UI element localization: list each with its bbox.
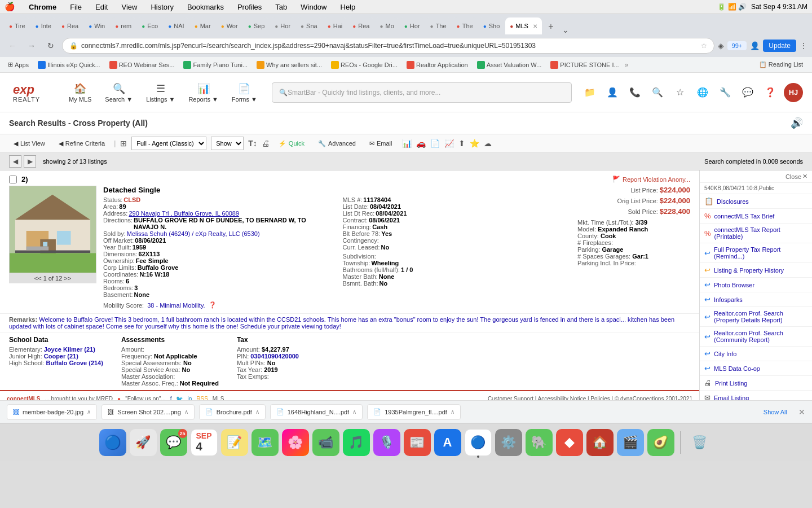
tab-sho[interactable]: ● Sho	[479, 17, 505, 34]
bookmark-picture-stone[interactable]: PICTURE STONE I...	[547, 60, 622, 70]
tab-the2[interactable]: ● The	[452, 17, 478, 34]
menu-dots[interactable]: ⋮	[800, 41, 807, 50]
download-palmgren[interactable]: 📄 1935Palmgren_fl....pdf ∧	[367, 404, 461, 420]
tab-hor2[interactable]: ● Hor	[400, 17, 425, 34]
download-member-badge[interactable]: 🖼 member-badge-20.jpg ∧	[7, 404, 97, 420]
list-view-button[interactable]: ◀ List View	[9, 138, 50, 149]
back-button[interactable]: ←	[5, 38, 20, 54]
view-select[interactable]: Full - Agent (Classic) Compact Grid	[131, 137, 206, 150]
prev-page-button[interactable]: ◀	[9, 155, 21, 168]
dock-spotify[interactable]: 🎵	[343, 429, 370, 456]
close-active-tab[interactable]: ✕	[533, 23, 537, 29]
pdf-icon[interactable]: 📄	[429, 138, 441, 149]
dock-podcasts[interactable]: 🎙️	[373, 429, 400, 456]
tab-the1[interactable]: ● The	[426, 17, 451, 34]
bookmark-apps[interactable]: ⊞ Apps	[5, 60, 32, 69]
help-icon-btn[interactable]: ❓	[761, 84, 779, 102]
address-link[interactable]: 290 Navajo Trl , Buffalo Grove, IL 60089	[129, 210, 239, 217]
tab-mo[interactable]: ● Mo	[375, 17, 398, 34]
download-chevron-1[interactable]: ∧	[87, 409, 91, 415]
extension-icon[interactable]: ◈	[718, 41, 724, 50]
folder-icon-btn[interactable]: 📁	[581, 84, 599, 102]
download-chevron-2[interactable]: ∧	[184, 409, 188, 415]
question-icon[interactable]: ❓	[209, 301, 217, 309]
dock-realtour[interactable]: 🏠	[586, 429, 614, 456]
download-chevron-4[interactable]: ∧	[352, 409, 356, 415]
show-select[interactable]: Show Hide	[211, 137, 244, 150]
panel-mls-data[interactable]: ↩ MLS Data Co-op	[700, 361, 812, 376]
panel-realtor-comm[interactable]: ↩ Realtor.com Prof. Search(Community Rep…	[700, 327, 812, 347]
panel-photo-browser[interactable]: ↩ Photo Browser	[700, 278, 812, 292]
panel-city-info[interactable]: ↩ City Info	[700, 347, 812, 361]
advanced-button[interactable]: 🔧 Advanced	[314, 138, 360, 149]
help-menu[interactable]: Help	[338, 3, 358, 11]
dock-trash[interactable]: 🗑️	[686, 429, 713, 456]
bookmark-star[interactable]: ☆	[701, 42, 707, 50]
chat-icon-btn[interactable]: 💬	[739, 84, 757, 102]
tab-sna[interactable]: ● Sna	[296, 17, 322, 34]
download-chevron-3[interactable]: ∧	[255, 409, 259, 415]
dock-appstore[interactable]: A	[434, 429, 461, 456]
profiles-menu[interactable]: Profiles	[235, 3, 264, 11]
dock-facetime[interactable]: 📹	[312, 429, 339, 456]
tab-wor[interactable]: ● Wor	[217, 17, 242, 34]
download-screenshot[interactable]: 🖼 Screen Shot 202....png ∧	[102, 404, 195, 420]
dock-notes[interactable]: 📝	[221, 429, 248, 456]
font-size-icon[interactable]: T↕	[248, 139, 257, 148]
listings-nav[interactable]: ☰ Listings ▼	[140, 80, 180, 105]
forward-button[interactable]: →	[24, 38, 39, 54]
panel-infosparks[interactable]: ↩ Infosparks	[700, 292, 812, 307]
person-icon-btn[interactable]: 👤	[603, 84, 621, 102]
bookmarks-menu[interactable]: Bookmarks	[185, 3, 226, 11]
star2-icon[interactable]: ⭐	[469, 138, 480, 149]
smartbar[interactable]: 🔍 SmartBar - Quickly find listings, clie…	[272, 82, 572, 103]
dock-chrome[interactable]: 🔵	[465, 429, 492, 456]
my-mls-nav[interactable]: 🏠 My MLS	[63, 80, 97, 105]
grid-view-icon[interactable]: ⊞	[120, 139, 127, 148]
dock-launchpad[interactable]: 🚀	[130, 429, 157, 456]
chart2-icon[interactable]: 📈	[443, 138, 455, 149]
tab-search-button[interactable]: ⌄	[562, 25, 569, 34]
social-rss[interactable]: RSS	[196, 396, 208, 401]
dock-imovie[interactable]: 🎬	[617, 429, 644, 456]
tab-rea2[interactable]: ● Rea	[348, 17, 374, 34]
report-violation[interactable]: 🚩 Disclosures Report Violation Anony...	[612, 176, 690, 183]
social-tw[interactable]: 🐦	[176, 396, 183, 401]
dock-sysprefs[interactable]: ⚙️	[495, 429, 522, 456]
panel-close-button[interactable]: Close ✕	[785, 173, 807, 180]
bookmark-realtor-app[interactable]: Realtor Application	[403, 60, 471, 70]
dock-evernote[interactable]: 🐘	[526, 429, 553, 456]
contact-icon-btn[interactable]: 📞	[626, 84, 644, 102]
chrome-menu[interactable]: Chrome	[27, 3, 59, 11]
user-avatar[interactable]: HJ	[784, 83, 803, 102]
audio-icon[interactable]: 🔊	[791, 117, 803, 129]
social-fb[interactable]: f	[170, 396, 172, 401]
update-button[interactable]: Update	[763, 40, 796, 52]
panel-full-tax[interactable]: ↩ Full Property Tax Report (Remind...)	[700, 243, 812, 263]
upload-icon[interactable]: ⬆	[457, 138, 466, 149]
bookmark-asset[interactable]: Asset Valuation W...	[474, 60, 545, 70]
email-button[interactable]: ✉ Email	[365, 138, 397, 149]
forms-nav[interactable]: 📄 Forms ▼	[226, 80, 263, 105]
refine-criteria-button[interactable]: ◀ Refine Criteria	[54, 138, 109, 149]
bookmark-illinois-exp[interactable]: Illinois eXp Quick...	[34, 60, 104, 70]
history-menu[interactable]: History	[148, 3, 175, 11]
print-icon[interactable]: 🖨	[262, 139, 270, 148]
star-icon-btn[interactable]: ☆	[671, 84, 689, 102]
tab-sep[interactable]: ● Sep	[244, 17, 270, 34]
cloud-icon[interactable]: ☁	[483, 138, 493, 149]
tab-eco[interactable]: ● Eco	[137, 17, 162, 34]
tab-win[interactable]: ● Win	[84, 17, 109, 34]
bookmark-reos-drive[interactable]: REOs - Google Dri...	[328, 60, 401, 70]
reports-nav[interactable]: 📊 Reports ▼	[183, 80, 223, 105]
dock-calendar[interactable]: SEP4	[191, 429, 218, 456]
photo-counter[interactable]: << 1 of 12 >>	[9, 273, 96, 283]
quick-button[interactable]: ⚡ Quick	[274, 138, 309, 149]
dock-messages[interactable]: 💬 25	[160, 429, 187, 456]
dock-maps[interactable]: 🗺️	[251, 429, 279, 456]
tab-inte[interactable]: ● Inte	[31, 17, 56, 34]
tab-hor1[interactable]: ● Hor	[270, 17, 295, 34]
tab-rea1[interactable]: ● Rea	[57, 17, 83, 34]
bookmark-reo-webinar[interactable]: REO Webinar Ses...	[106, 60, 178, 70]
tools-icon-btn[interactable]: 🔧	[716, 84, 734, 102]
